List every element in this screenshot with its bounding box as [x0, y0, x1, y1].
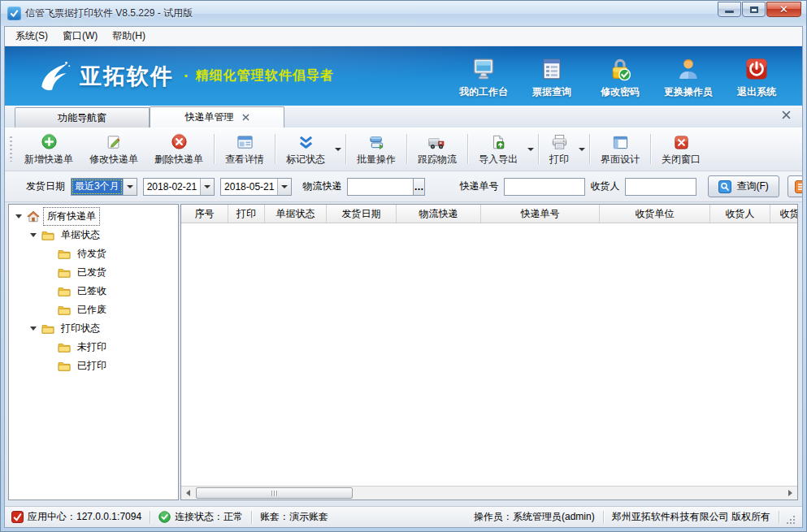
tree-node-shipped-label: 已发货 [74, 264, 110, 281]
delete-express-button[interactable]: 删除快递单 [146, 129, 211, 169]
toolbar-separator [275, 134, 276, 164]
scroll-left-icon[interactable] [181, 487, 195, 500]
close-icon: ✕ [779, 4, 788, 15]
mark-status-dropdown[interactable] [333, 129, 343, 169]
app-center-text: 应用中心：127.0.0.1:7094 [28, 510, 141, 524]
column-header-logistics[interactable]: 物流快递 [397, 205, 481, 223]
date-to-dropdown[interactable] [277, 179, 291, 195]
search-button[interactable]: 查询(F) [708, 175, 779, 197]
tree-node-shipped[interactable]: 已发货 [9, 263, 178, 282]
import-export-dropdown[interactable] [526, 129, 536, 169]
folder-icon [58, 286, 71, 296]
toolbar-separator [589, 134, 590, 164]
receiver-input[interactable] [625, 178, 696, 196]
chevron-down-icon [127, 185, 133, 188]
tab-function-nav-label: 功能导航窗 [58, 111, 106, 125]
ticket-query-button[interactable]: 票据查询 [518, 53, 586, 99]
tree-node-not-printed[interactable]: 未打印 [9, 338, 178, 357]
logistics-input[interactable] [347, 178, 414, 196]
tree-node-print-status[interactable]: 打印状态 [9, 319, 178, 338]
folder-icon [58, 305, 71, 315]
mark-status-button[interactable]: 标记状态 [278, 130, 333, 168]
column-header-print[interactable]: 打印 [228, 205, 265, 223]
column-header-receiver-unit[interactable]: 收货单位 [600, 205, 710, 223]
date-from-dropdown[interactable] [200, 179, 214, 195]
scroll-right-icon[interactable] [783, 487, 797, 500]
date-to-combobox[interactable]: 2018-05-21 [220, 178, 292, 196]
toolbar-grip[interactable] [10, 136, 12, 162]
close-window-button[interactable]: 关闭窗口 [653, 129, 709, 169]
date-from-value: 2018-02-21 [144, 179, 200, 195]
switch-operator-button[interactable]: 更换操作员 [654, 53, 722, 99]
column-header-ship-date[interactable]: 发货日期 [327, 205, 397, 223]
add-express-label: 新增快递单 [24, 153, 73, 167]
home-icon [27, 210, 40, 223]
logistics-truck-icon [428, 132, 446, 150]
resize-grip[interactable] [786, 515, 796, 527]
tree-expander-icon[interactable] [30, 327, 37, 331]
edit-express-label: 修改快递单 [89, 153, 138, 167]
date-from-combobox[interactable]: 2018-02-21 [143, 178, 215, 196]
column-header-seq[interactable]: 序号 [181, 205, 228, 223]
change-password-button[interactable]: 修改密码 [586, 53, 654, 99]
tree-expander-icon[interactable] [15, 214, 22, 218]
tree-node-voided[interactable]: 已作废 [9, 301, 178, 319]
tree-node-printed-label: 已打印 [74, 357, 110, 374]
tree-node-signed-label: 已签收 [74, 283, 110, 300]
date-range-combobox[interactable]: 最近3个月 [71, 178, 137, 196]
edit-express-button[interactable]: 修改快递单 [81, 129, 146, 169]
column-header-tracking-no[interactable]: 快递单号 [481, 205, 600, 223]
menu-window[interactable]: 窗口(W) [55, 27, 105, 45]
tracking-no-input[interactable] [504, 178, 585, 196]
import-export-button[interactable]: 导入导出 [471, 130, 526, 168]
logistics-ellipsis-button[interactable]: … [414, 178, 425, 196]
close-button[interactable]: ✕ [766, 2, 801, 17]
window-title: 信管飞票据打印软件 V8.5.229 - 试用版 [25, 6, 193, 20]
scrollbar-thumb[interactable] [196, 487, 353, 499]
column-header-doc-status[interactable]: 单据状态 [265, 205, 327, 223]
switch-operator-user-icon [675, 56, 701, 82]
print-dropdown[interactable] [577, 129, 587, 169]
batch-operate-button[interactable]: 批量操作 [349, 129, 404, 169]
chevron-down-icon [204, 185, 210, 188]
tree-node-printed[interactable]: 已打印 [9, 357, 178, 375]
date-range-dropdown[interactable] [123, 179, 137, 195]
switch-operator-label: 更换操作员 [664, 85, 713, 99]
menu-system[interactable]: 系统(S) [8, 27, 55, 45]
grid-body-empty [181, 223, 797, 486]
status-bar: 应用中心：127.0.0.1:7094 连接状态：正常 账套：演示账套 操作员：… [5, 506, 802, 527]
more-query-button[interactable] [787, 175, 802, 197]
column-header-receiver[interactable]: 收货人 [710, 205, 770, 223]
tab-strip: 功能导航窗 快递单管理 [5, 106, 802, 128]
maximize-button[interactable] [742, 2, 766, 17]
detail-icon [236, 132, 254, 150]
mark-status-label: 标记状态 [286, 153, 325, 167]
tree-node-all[interactable]: 所有快递单 [9, 207, 178, 226]
tree-node-signed[interactable]: 已签收 [9, 282, 178, 301]
tree-expander-icon[interactable] [30, 233, 37, 237]
close-tabstrip-icon[interactable] [782, 110, 791, 119]
minimize-button[interactable] [718, 2, 741, 17]
column-header-receiver-2[interactable]: 收货人 [770, 205, 798, 223]
ticket-query-icon [539, 56, 565, 82]
scrollbar-track[interactable] [195, 487, 783, 500]
ui-design-button[interactable]: 界面设计 [592, 129, 648, 169]
tab-function-nav[interactable]: 功能导航窗 [15, 107, 150, 128]
toolbar-separator [214, 134, 215, 164]
horizontal-scrollbar[interactable] [181, 486, 797, 500]
date-to-value: 2018-05-21 [221, 179, 277, 195]
add-express-button[interactable]: 新增快递单 [16, 129, 81, 169]
exit-system-button[interactable]: 退出系统 [722, 53, 791, 99]
date-range-value: 最近3个月 [72, 179, 123, 195]
tree-node-doc-status[interactable]: 单据状态 [9, 226, 178, 244]
search-icon [718, 180, 731, 193]
close-tab-icon[interactable] [242, 114, 249, 121]
track-logistics-button[interactable]: 跟踪物流 [410, 129, 465, 169]
brand-separator: · [184, 67, 189, 85]
tab-express-manage[interactable]: 快递单管理 [150, 106, 284, 128]
menu-help[interactable]: 帮助(H) [105, 27, 153, 45]
workbench-button[interactable]: 我的工作台 [449, 53, 518, 99]
print-button[interactable]: 打印 [541, 130, 577, 168]
view-detail-button[interactable]: 查看详情 [217, 129, 272, 169]
tree-node-to-ship[interactable]: 待发货 [9, 244, 178, 263]
